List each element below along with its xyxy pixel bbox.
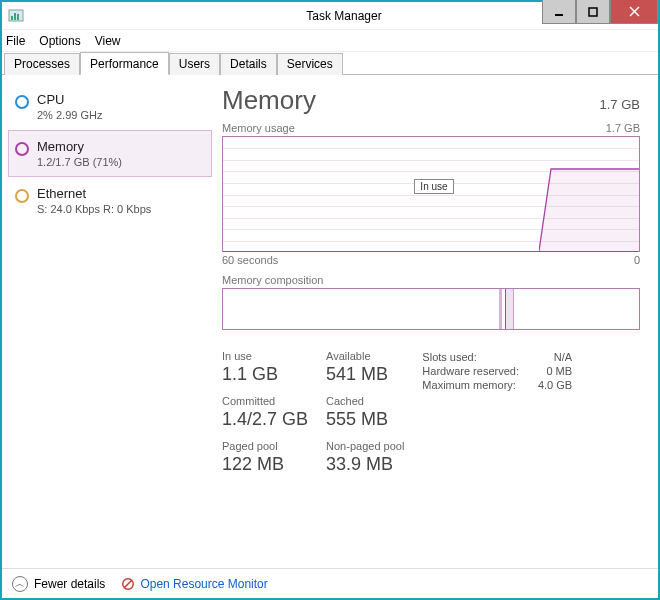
composition-used [223,289,506,329]
committed-label: Committed [222,395,308,407]
sidebar-item-memory[interactable]: Memory 1.2/1.7 GB (71%) [8,130,212,177]
usage-trace [539,135,639,251]
sidebar-ethernet-sub: S: 24.0 Kbps R: 0 Kbps [37,203,151,215]
fewer-details-label: Fewer details [34,577,105,591]
chevron-up-icon: ︿ [12,576,28,592]
maximize-button[interactable] [576,0,610,24]
cached-value: 555 MB [326,409,404,430]
menu-view[interactable]: View [95,34,121,48]
sidebar-item-ethernet[interactable]: Ethernet S: 24.0 Kbps R: 0 Kbps [8,177,212,224]
svg-rect-1 [11,16,13,20]
memory-composition-bar [222,288,640,330]
max-memory-label: Maximum memory: [422,379,516,391]
minimize-button[interactable] [542,0,576,24]
usage-graph-max: 1.7 GB [606,122,640,134]
tab-users[interactable]: Users [169,53,220,75]
committed-value: 1.4/2.7 GB [222,409,308,430]
app-icon [8,8,24,24]
hw-reserved-label: Hardware reserved: [422,365,519,377]
menubar: File Options View [2,30,658,52]
fewer-details-button[interactable]: ︿ Fewer details [12,576,105,592]
resource-monitor-icon [121,577,135,591]
sidebar-memory-title: Memory [37,139,122,154]
sidebar-memory-sub: 1.2/1.7 GB (71%) [37,156,122,168]
slots-label: Slots used: [422,351,476,363]
usage-graph-label: Memory usage [222,122,295,134]
open-resource-monitor-link[interactable]: Open Resource Monitor [121,577,267,591]
menu-options[interactable]: Options [39,34,80,48]
main-panel: Memory 1.7 GB Memory usage 1.7 GB In use… [212,75,658,568]
x-axis-right: 0 [634,254,640,266]
menu-file[interactable]: File [6,34,25,48]
memory-icon [15,142,29,156]
memory-usage-graph: In use [222,136,640,252]
sidebar: CPU 2% 2.99 GHz Memory 1.2/1.7 GB (71%) … [2,75,212,568]
available-label: Available [326,350,404,362]
tabstrip: Processes Performance Users Details Serv… [2,52,658,75]
tab-processes[interactable]: Processes [4,53,80,75]
tab-performance[interactable]: Performance [80,52,169,75]
titlebar: Task Manager [2,2,658,30]
x-axis-left: 60 seconds [222,254,278,266]
svg-line-10 [125,580,132,587]
resource-monitor-label: Open Resource Monitor [140,577,267,591]
inuse-value: 1.1 GB [222,364,308,385]
close-button[interactable] [610,0,658,24]
hardware-info: Slots used:N/A Hardware reserved:0 MB Ma… [422,350,572,483]
paged-value: 122 MB [222,454,308,475]
svg-rect-5 [589,8,597,16]
sidebar-item-cpu[interactable]: CPU 2% 2.99 GHz [8,83,212,130]
composition-modified [506,289,514,329]
slots-value: N/A [554,351,572,363]
tab-services[interactable]: Services [277,53,343,75]
inuse-tooltip: In use [414,179,453,194]
max-memory-value: 4.0 GB [538,379,572,391]
footer: ︿ Fewer details Open Resource Monitor [2,568,658,598]
page-title: Memory [222,85,316,116]
nonpaged-value: 33.9 MB [326,454,404,475]
composition-label: Memory composition [222,274,323,286]
total-memory: 1.7 GB [600,97,640,112]
svg-rect-3 [17,14,19,20]
svg-rect-2 [14,13,16,20]
available-value: 541 MB [326,364,404,385]
sidebar-cpu-sub: 2% 2.99 GHz [37,109,102,121]
tab-details[interactable]: Details [220,53,277,75]
composition-free [514,289,639,329]
sidebar-ethernet-title: Ethernet [37,186,151,201]
cached-label: Cached [326,395,404,407]
paged-label: Paged pool [222,440,308,452]
svg-marker-8 [539,169,639,251]
hw-reserved-value: 0 MB [546,365,572,377]
nonpaged-label: Non-paged pool [326,440,404,452]
inuse-label: In use [222,350,308,362]
sidebar-cpu-title: CPU [37,92,102,107]
ethernet-icon [15,189,29,203]
cpu-icon [15,95,29,109]
